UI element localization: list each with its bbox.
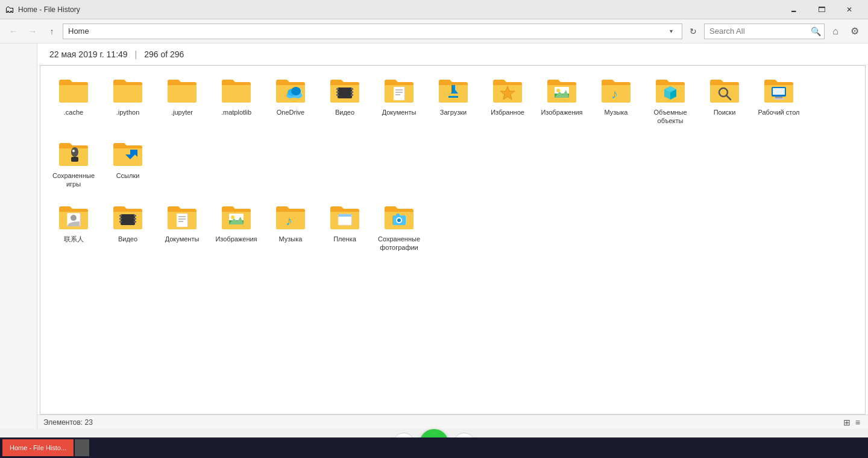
folder-label-savedgames: Сохраненные игры: [49, 171, 98, 189]
window-title: Home - File History: [18, 5, 780, 14]
folder-contacts[interactable]: 联系人: [46, 199, 101, 262]
svg-rect-45: [134, 218, 136, 220]
minimize-button[interactable]: 🗕: [780, 0, 808, 19]
folder-label-video1: Видео: [335, 108, 354, 116]
folder-icon-jupyter: [166, 77, 198, 106]
folder-label-film: Пленка: [333, 235, 356, 243]
folder-icon-desktop: [763, 77, 794, 106]
svg-rect-5: [338, 87, 352, 98]
svg-rect-41: [119, 215, 122, 217]
search-box[interactable]: 🔍: [704, 24, 825, 39]
home-button[interactable]: ⌂: [827, 23, 844, 40]
svg-rect-47: [177, 214, 187, 227]
folder-desktop[interactable]: Рабочий стол: [752, 72, 806, 135]
up-button[interactable]: ↑: [43, 23, 60, 40]
address-field[interactable]: Home ▾: [63, 24, 682, 39]
folder-cache[interactable]: .cache: [46, 72, 101, 135]
search-input[interactable]: [709, 27, 811, 36]
folder-onedrive[interactable]: OneDrive: [263, 72, 318, 135]
folder-video1[interactable]: Видео: [318, 72, 372, 135]
svg-rect-18: [448, 96, 458, 98]
grid-view-button[interactable]: ⊞: [841, 417, 852, 428]
svg-rect-12: [394, 87, 404, 100]
folder-label-contacts: 联系人: [64, 235, 84, 243]
address-text: Home: [68, 27, 665, 36]
svg-rect-43: [119, 221, 122, 223]
folder-icon-savedgames: [58, 140, 89, 169]
folder-images1[interactable]: Изображения: [535, 72, 589, 135]
folder-savedphotos[interactable]: Сохраненные фотографии: [372, 199, 426, 262]
folder-docs2[interactable]: Документы: [155, 199, 209, 262]
file-grid-row2: 联系人: [46, 199, 859, 262]
search-icon[interactable]: 🔍: [811, 27, 821, 36]
folder-film[interactable]: Пленка: [318, 199, 372, 262]
svg-rect-61: [396, 214, 400, 216]
file-grid-container: .cache .ipython: [40, 65, 866, 415]
list-view-button[interactable]: ≡: [854, 417, 862, 428]
folder-docs1[interactable]: Документы: [372, 72, 426, 135]
folder-3dobjects[interactable]: Объемные объекты: [643, 72, 697, 135]
taskbar-item2[interactable]: [75, 439, 89, 456]
folder-icon-docs1: [383, 77, 415, 106]
folder-matplotlib[interactable]: .matplotlib: [209, 72, 263, 135]
folder-label-onedrive: OneDrive: [277, 108, 304, 116]
date-bar: 22 мая 2019 г. 11:49 | 296 of 296: [37, 43, 868, 65]
folder-favorites[interactable]: Избранное: [480, 72, 535, 135]
svg-rect-46: [134, 221, 136, 223]
svg-rect-10: [351, 91, 353, 93]
folder-images2[interactable]: Изображения: [209, 199, 263, 262]
file-area: 22 мая 2019 г. 11:49 | 296 of 296 .cache: [37, 43, 868, 429]
folder-label-images1: Изображения: [541, 108, 582, 116]
settings-button[interactable]: ⚙: [846, 23, 863, 40]
svg-rect-40: [121, 214, 135, 225]
folder-jupyter[interactable]: .jupyter: [155, 72, 209, 135]
folder-label-music2: Музыка: [279, 235, 303, 243]
folder-video2[interactable]: Видео: [101, 199, 155, 262]
folder-icon-film: [329, 203, 360, 232]
folder-icon-docs2: [166, 203, 198, 232]
svg-rect-42: [119, 218, 122, 220]
version-text: 296 of 296: [144, 49, 184, 59]
svg-rect-6: [336, 88, 339, 90]
folder-icon-video1: [329, 77, 360, 106]
main-content: 22 мая 2019 г. 11:49 | 296 of 296 .cache: [0, 43, 868, 429]
folder-icon-search: [709, 77, 740, 106]
folder-label-search: Поиски: [714, 108, 736, 116]
folder-label-music1: Музыка: [605, 108, 628, 116]
svg-rect-31: [775, 97, 782, 98]
folder-label-ipython: .ipython: [116, 108, 140, 116]
svg-rect-17: [451, 85, 455, 94]
sidebar: [0, 43, 37, 429]
folder-label-images2: Изображения: [215, 235, 257, 243]
folder-icon-images2: [221, 203, 252, 232]
folder-label-matplotlib: .matplotlib: [221, 108, 251, 116]
folder-music1[interactable]: ♪ Музыка: [589, 72, 643, 135]
svg-rect-9: [351, 88, 353, 90]
folder-label-downloads: Загрузки: [440, 108, 467, 116]
back-button[interactable]: ←: [5, 23, 22, 40]
folder-downloads[interactable]: Загрузки: [426, 72, 480, 135]
folder-label-docs1: Документы: [382, 108, 417, 116]
svg-point-60: [397, 218, 401, 222]
svg-point-36: [72, 150, 75, 152]
folder-ipython[interactable]: .ipython: [101, 72, 155, 135]
folder-label-jupyter: .jupyter: [171, 108, 193, 116]
refresh-button[interactable]: ↻: [685, 23, 702, 40]
date-text: 22 мая 2019 г. 11:49: [49, 49, 128, 59]
taskbar: Home - File Histo...: [0, 437, 868, 458]
folder-music2[interactable]: ♪ Музыка: [263, 199, 318, 262]
folder-icon-3dobjects: [655, 77, 686, 106]
svg-rect-7: [336, 91, 339, 93]
folder-savedgames[interactable]: Сохраненные игры: [46, 135, 101, 199]
close-button[interactable]: ✕: [835, 0, 863, 19]
folder-icon-savedphotos: [383, 203, 415, 232]
taskbar-item-filehistory[interactable]: Home - File Histo...: [2, 439, 74, 456]
maximize-button[interactable]: 🗖: [808, 0, 835, 19]
forward-button[interactable]: →: [24, 23, 41, 40]
folder-icon-ipython: [112, 77, 143, 106]
window-controls: 🗕 🗖 ✕: [780, 0, 863, 19]
folder-search[interactable]: Поиски: [697, 72, 752, 135]
address-dropdown-icon[interactable]: ▾: [665, 24, 677, 39]
folder-links[interactable]: Ссылки: [101, 135, 155, 199]
title-bar: 🗂 Home - File History 🗕 🗖 ✕: [0, 0, 868, 19]
